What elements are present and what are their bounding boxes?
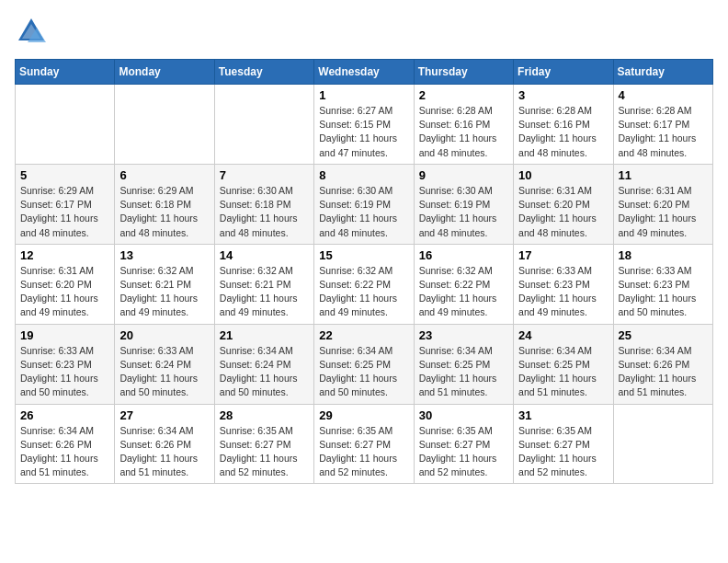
day-info: Sunrise: 6:32 AM Sunset: 6:21 PM Dayligh… (220, 264, 309, 320)
day-info: Sunrise: 6:30 AM Sunset: 6:19 PM Dayligh… (319, 184, 408, 240)
day-number: 27 (119, 408, 209, 422)
calendar-cell (115, 85, 214, 165)
calendar-cell: 17Sunrise: 6:33 AM Sunset: 6:23 PM Dayli… (514, 244, 613, 324)
day-number: 22 (319, 328, 408, 342)
calendar-cell: 16Sunrise: 6:32 AM Sunset: 6:22 PM Dayli… (414, 244, 513, 324)
calendar-cell: 19Sunrise: 6:33 AM Sunset: 6:23 PM Dayli… (16, 324, 115, 404)
day-number: 30 (419, 408, 508, 422)
day-number: 11 (619, 168, 708, 182)
day-number: 8 (319, 168, 408, 182)
calendar-cell: 9Sunrise: 6:30 AM Sunset: 6:19 PM Daylig… (414, 164, 513, 244)
day-info: Sunrise: 6:34 AM Sunset: 6:25 PM Dayligh… (319, 344, 408, 400)
day-info: Sunrise: 6:31 AM Sunset: 6:20 PM Dayligh… (518, 184, 608, 240)
calendar-week-row: 19Sunrise: 6:33 AM Sunset: 6:23 PM Dayli… (16, 324, 713, 404)
day-number: 17 (518, 248, 608, 262)
day-info: Sunrise: 6:30 AM Sunset: 6:18 PM Dayligh… (220, 184, 309, 240)
day-number: 29 (319, 408, 408, 422)
weekday-header-friday: Friday (514, 60, 613, 85)
calendar-cell: 8Sunrise: 6:30 AM Sunset: 6:19 PM Daylig… (314, 164, 414, 244)
day-info: Sunrise: 6:32 AM Sunset: 6:22 PM Dayligh… (319, 264, 408, 320)
calendar-cell: 6Sunrise: 6:29 AM Sunset: 6:18 PM Daylig… (115, 164, 214, 244)
day-number: 15 (319, 248, 408, 262)
day-info: Sunrise: 6:35 AM Sunset: 6:27 PM Dayligh… (319, 424, 408, 480)
day-number: 26 (20, 408, 109, 422)
calendar-cell: 21Sunrise: 6:34 AM Sunset: 6:24 PM Dayli… (214, 324, 313, 404)
calendar-cell: 29Sunrise: 6:35 AM Sunset: 6:27 PM Dayli… (314, 404, 414, 484)
calendar-cell: 30Sunrise: 6:35 AM Sunset: 6:27 PM Dayli… (414, 404, 513, 484)
day-info: Sunrise: 6:35 AM Sunset: 6:27 PM Dayligh… (419, 424, 508, 480)
calendar-cell: 10Sunrise: 6:31 AM Sunset: 6:20 PM Dayli… (514, 164, 613, 244)
calendar-cell: 24Sunrise: 6:34 AM Sunset: 6:25 PM Dayli… (514, 324, 613, 404)
calendar-cell: 7Sunrise: 6:30 AM Sunset: 6:18 PM Daylig… (214, 164, 313, 244)
day-info: Sunrise: 6:28 AM Sunset: 6:16 PM Dayligh… (419, 104, 508, 160)
day-number: 18 (619, 248, 708, 262)
day-number: 16 (419, 248, 508, 262)
calendar-cell: 1Sunrise: 6:27 AM Sunset: 6:15 PM Daylig… (314, 85, 414, 165)
weekday-header-thursday: Thursday (414, 60, 513, 85)
day-number: 28 (220, 408, 309, 422)
calendar-cell: 31Sunrise: 6:35 AM Sunset: 6:27 PM Dayli… (514, 404, 613, 484)
day-info: Sunrise: 6:33 AM Sunset: 6:23 PM Dayligh… (518, 264, 608, 320)
calendar-cell: 2Sunrise: 6:28 AM Sunset: 6:16 PM Daylig… (414, 85, 513, 165)
logo (15, 15, 51, 48)
day-info: Sunrise: 6:28 AM Sunset: 6:16 PM Dayligh… (518, 104, 608, 160)
calendar-week-row: 1Sunrise: 6:27 AM Sunset: 6:15 PM Daylig… (16, 85, 713, 165)
calendar-cell: 28Sunrise: 6:35 AM Sunset: 6:27 PM Dayli… (214, 404, 313, 484)
calendar-cell: 27Sunrise: 6:34 AM Sunset: 6:26 PM Dayli… (115, 404, 214, 484)
day-info: Sunrise: 6:27 AM Sunset: 6:15 PM Dayligh… (319, 104, 408, 160)
logo-icon (15, 15, 48, 48)
day-info: Sunrise: 6:35 AM Sunset: 6:27 PM Dayligh… (518, 424, 608, 480)
day-info: Sunrise: 6:33 AM Sunset: 6:24 PM Dayligh… (119, 344, 209, 400)
day-info: Sunrise: 6:31 AM Sunset: 6:20 PM Dayligh… (20, 264, 109, 320)
weekday-header-sunday: Sunday (16, 60, 115, 85)
weekday-header-saturday: Saturday (613, 60, 712, 85)
day-number: 31 (518, 408, 608, 422)
day-number: 7 (220, 168, 309, 182)
day-info: Sunrise: 6:29 AM Sunset: 6:18 PM Dayligh… (119, 184, 209, 240)
calendar-cell: 23Sunrise: 6:34 AM Sunset: 6:25 PM Dayli… (414, 324, 513, 404)
day-number: 4 (619, 88, 708, 102)
day-number: 23 (419, 328, 508, 342)
day-info: Sunrise: 6:34 AM Sunset: 6:26 PM Dayligh… (119, 424, 209, 480)
day-number: 21 (220, 328, 309, 342)
calendar-cell: 5Sunrise: 6:29 AM Sunset: 6:17 PM Daylig… (16, 164, 115, 244)
day-number: 9 (419, 168, 508, 182)
day-number: 13 (119, 248, 209, 262)
day-info: Sunrise: 6:34 AM Sunset: 6:25 PM Dayligh… (518, 344, 608, 400)
day-number: 25 (619, 328, 708, 342)
calendar-cell: 12Sunrise: 6:31 AM Sunset: 6:20 PM Dayli… (16, 244, 115, 324)
calendar-cell: 3Sunrise: 6:28 AM Sunset: 6:16 PM Daylig… (514, 85, 613, 165)
calendar-cell (16, 85, 115, 165)
calendar-week-row: 12Sunrise: 6:31 AM Sunset: 6:20 PM Dayli… (16, 244, 713, 324)
day-number: 14 (220, 248, 309, 262)
calendar-cell (613, 404, 712, 484)
day-number: 1 (319, 88, 408, 102)
day-number: 5 (20, 168, 109, 182)
day-info: Sunrise: 6:34 AM Sunset: 6:25 PM Dayligh… (419, 344, 508, 400)
calendar-cell: 26Sunrise: 6:34 AM Sunset: 6:26 PM Dayli… (16, 404, 115, 484)
day-info: Sunrise: 6:34 AM Sunset: 6:24 PM Dayligh… (220, 344, 309, 400)
calendar-cell (214, 85, 313, 165)
calendar-cell: 20Sunrise: 6:33 AM Sunset: 6:24 PM Dayli… (115, 324, 214, 404)
weekday-header-wednesday: Wednesday (314, 60, 414, 85)
day-info: Sunrise: 6:32 AM Sunset: 6:22 PM Dayligh… (419, 264, 508, 320)
day-number: 6 (119, 168, 209, 182)
day-info: Sunrise: 6:29 AM Sunset: 6:17 PM Dayligh… (20, 184, 109, 240)
calendar-cell: 14Sunrise: 6:32 AM Sunset: 6:21 PM Dayli… (214, 244, 313, 324)
day-info: Sunrise: 6:33 AM Sunset: 6:23 PM Dayligh… (20, 344, 109, 400)
day-info: Sunrise: 6:30 AM Sunset: 6:19 PM Dayligh… (419, 184, 508, 240)
calendar-week-row: 5Sunrise: 6:29 AM Sunset: 6:17 PM Daylig… (16, 164, 713, 244)
day-info: Sunrise: 6:34 AM Sunset: 6:26 PM Dayligh… (619, 344, 708, 400)
day-number: 12 (20, 248, 109, 262)
day-number: 19 (20, 328, 109, 342)
day-info: Sunrise: 6:33 AM Sunset: 6:23 PM Dayligh… (619, 264, 708, 320)
weekday-header-monday: Monday (115, 60, 214, 85)
calendar-cell: 4Sunrise: 6:28 AM Sunset: 6:17 PM Daylig… (613, 85, 712, 165)
calendar-cell: 22Sunrise: 6:34 AM Sunset: 6:25 PM Dayli… (314, 324, 414, 404)
day-number: 2 (419, 88, 508, 102)
weekday-header-row: SundayMondayTuesdayWednesdayThursdayFrid… (16, 60, 713, 85)
day-info: Sunrise: 6:34 AM Sunset: 6:26 PM Dayligh… (20, 424, 109, 480)
day-number: 10 (518, 168, 608, 182)
day-number: 20 (119, 328, 209, 342)
calendar-cell: 11Sunrise: 6:31 AM Sunset: 6:20 PM Dayli… (613, 164, 712, 244)
